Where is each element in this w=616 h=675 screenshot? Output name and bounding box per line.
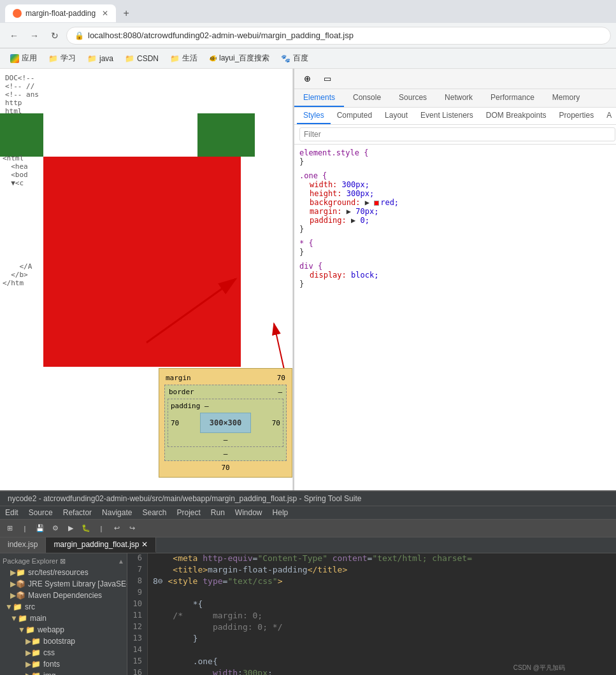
doc-comment: DOC<!-- bbox=[5, 74, 34, 82]
tab-close-button[interactable]: ✕ bbox=[102, 9, 108, 18]
tree-item-maven[interactable]: ▶📦 Maven Dependencies bbox=[0, 590, 127, 601]
layui-icon: 🐠 bbox=[209, 55, 217, 62]
toolbar-home[interactable]: ⊞ bbox=[3, 522, 17, 536]
subtab-properties[interactable]: Properties bbox=[553, 108, 601, 124]
css-prop-display: display: block; bbox=[299, 271, 615, 280]
new-tab-button[interactable]: + bbox=[118, 6, 134, 21]
doc-line3: http bbox=[5, 99, 22, 107]
tree-main-label: main bbox=[30, 614, 47, 623]
tab-elements[interactable]: Elements bbox=[294, 89, 344, 107]
css-rule-one: .one { width: 300px; height: 300px; back… bbox=[294, 170, 616, 235]
ide-title-text: nycode2 - atcrowdfunding02-admin-webui/s… bbox=[8, 494, 361, 503]
forward-button[interactable]: → bbox=[25, 27, 43, 45]
doc-line2: <!-- //<!-- ans bbox=[5, 82, 39, 99]
bookmark-life[interactable]: 📁 生活 bbox=[165, 52, 203, 65]
css-prop-background: background: ▶ red; bbox=[299, 198, 615, 207]
bm-bottom-padding: – bbox=[169, 434, 282, 445]
bookmark-folder-icon: 📁 bbox=[48, 54, 58, 63]
bookmark-life-icon: 📁 bbox=[170, 54, 180, 63]
tree-item-img[interactable]: ▶📁 img bbox=[0, 670, 127, 675]
refresh-button[interactable]: ↻ bbox=[46, 27, 64, 45]
bookmark-java[interactable]: 📁 java bbox=[82, 53, 118, 64]
subtab-styles[interactable]: Styles bbox=[297, 108, 331, 124]
toolbar-settings[interactable]: ⚙ bbox=[48, 522, 62, 536]
tab-favicon bbox=[13, 9, 22, 18]
tree-label: src/test/resources bbox=[28, 568, 89, 577]
subtab-a[interactable]: A bbox=[600, 108, 616, 124]
tab-network[interactable]: Network bbox=[436, 89, 482, 107]
menu-edit[interactable]: Edit bbox=[5, 508, 18, 517]
bm-content-label: 300×300 bbox=[210, 418, 242, 427]
toolbar-undo[interactable]: ↩ bbox=[110, 522, 124, 536]
tree-item-test-resources[interactable]: ▶📁 src/test/resources bbox=[0, 567, 127, 578]
devtools-sub-tabs: Styles Computed Layout Event Listeners D… bbox=[294, 108, 616, 125]
apps-icon bbox=[10, 54, 19, 63]
nav-bar: ← → ↻ 🔒 localhost:8080/atcrowdfunding02-… bbox=[0, 23, 616, 48]
bookmark-study[interactable]: 📁 学习 bbox=[43, 52, 81, 65]
css-selector-star: * { bbox=[299, 239, 313, 248]
tab-performance[interactable]: Performance bbox=[482, 89, 543, 107]
tree-item-webapp[interactable]: ▼📁 webapp bbox=[0, 624, 127, 636]
subtab-computed[interactable]: Computed bbox=[331, 108, 378, 124]
toolbar-redo[interactable]: ↪ bbox=[125, 522, 139, 536]
toolbar-run[interactable]: ▶ bbox=[64, 522, 78, 536]
tab-memory[interactable]: Memory bbox=[543, 89, 589, 107]
toolbar-debug[interactable]: 🐛 bbox=[79, 522, 93, 536]
tree-item-bootstrap[interactable]: ▶📁 bootstrap bbox=[0, 636, 127, 647]
code-line-13: 13 } bbox=[127, 634, 616, 645]
bookmark-csdn[interactable]: 📁 CSDN bbox=[120, 53, 164, 64]
menu-window[interactable]: Window bbox=[235, 508, 262, 517]
lock-icon: 🔒 bbox=[75, 31, 84, 40]
css-rule-element-style: element.style { } bbox=[294, 147, 616, 167]
tree-item-fonts[interactable]: ▶📁 fonts bbox=[0, 658, 127, 670]
tab-sources[interactable]: Sources bbox=[390, 89, 436, 107]
devtools-cursor-icon[interactable]: ⊕ bbox=[299, 71, 315, 87]
ide-tab-index[interactable]: index.jsp bbox=[0, 537, 46, 553]
menu-search[interactable]: Search bbox=[142, 508, 166, 517]
tab-console[interactable]: Console bbox=[344, 89, 390, 107]
css-rule-star: * { } bbox=[294, 238, 616, 258]
code-line-14: 14 bbox=[127, 645, 616, 657]
menu-navigate[interactable]: Navigate bbox=[102, 508, 132, 517]
active-tab[interactable]: margin-float-padding ✕ bbox=[5, 4, 116, 22]
address-bar[interactable]: 🔒 localhost:8080/atcrowdfunding02-admin-… bbox=[66, 27, 611, 45]
devtools-device-icon[interactable]: ▭ bbox=[320, 71, 335, 87]
tab-title: margin-float-padding bbox=[25, 9, 96, 18]
bm-padding-label: padding – bbox=[171, 402, 209, 410]
menu-help[interactable]: Help bbox=[273, 508, 289, 517]
code-line-10: 10 *{ bbox=[127, 599, 616, 611]
bookmark-baidu[interactable]: 🐾 百度 bbox=[276, 52, 313, 65]
tree-item-jre[interactable]: ▶📦 JRE System Library [JavaSE-1.8] bbox=[0, 578, 127, 590]
subtab-dom-breakpoints[interactable]: DOM Breakpoints bbox=[480, 108, 553, 124]
tree-item-main[interactable]: ▼📁 main bbox=[0, 613, 127, 624]
ide-tab-margin[interactable]: margin_padding_float.jsp ✕ bbox=[46, 537, 155, 553]
menu-source[interactable]: Source bbox=[29, 508, 53, 517]
code-line-6: 6 <meta http-equiv="Content-Type" conten… bbox=[127, 553, 616, 565]
filter-input[interactable] bbox=[299, 127, 615, 141]
ide-area: nycode2 - atcrowdfunding02-admin-webui/s… bbox=[0, 490, 616, 675]
tree-item-src[interactable]: ▼📁 src bbox=[0, 601, 127, 613]
tree-jre-label: JRE System Library [JavaSE-1.8] bbox=[28, 579, 127, 588]
menu-run[interactable]: Run bbox=[211, 508, 225, 517]
code-line-9: 9 bbox=[127, 588, 616, 599]
menu-project[interactable]: Project bbox=[176, 508, 200, 517]
back-button[interactable]: ← bbox=[5, 27, 23, 45]
bookmark-apps[interactable]: 应用 bbox=[5, 52, 42, 65]
devtools-top-bar: ⊕ ▭ bbox=[294, 69, 616, 89]
package-explorer-label: Package Explorer ⊠ bbox=[3, 557, 66, 565]
css-rule-div: div { display: block; } bbox=[294, 260, 616, 290]
scroll-up-button[interactable]: ▲ bbox=[118, 558, 124, 565]
toolbar-save[interactable]: 💾 bbox=[33, 522, 47, 536]
css-selector-one: .one { bbox=[299, 171, 327, 180]
code-editor[interactable]: 6 <meta http-equiv="Content-Type" conten… bbox=[127, 553, 616, 675]
menu-refactor[interactable]: Refactor bbox=[63, 508, 92, 517]
tree-item-css[interactable]: ▶📁 css bbox=[0, 647, 127, 658]
folder-icon: ▶📁 bbox=[10, 568, 25, 577]
code-line-7: 7 <title>margin-float-padding</title> bbox=[127, 565, 616, 576]
subtab-layout[interactable]: Layout bbox=[378, 108, 414, 124]
bookmark-layui[interactable]: 🐠 layui_百度搜索 bbox=[204, 52, 275, 65]
bm-border-dash: – bbox=[278, 388, 282, 396]
css-prop-margin: margin: ▶ 70px; bbox=[299, 207, 615, 216]
subtab-event-listeners[interactable]: Event Listeners bbox=[414, 108, 480, 124]
tree-maven-label: Maven Dependencies bbox=[28, 591, 102, 600]
